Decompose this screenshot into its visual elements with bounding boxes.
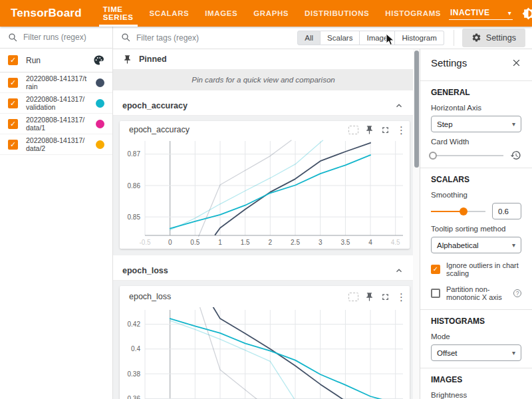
svg-text:1: 1 <box>218 239 222 246</box>
fit-to-data-icon[interactable] <box>348 126 358 134</box>
section-header-epoch-accuracy[interactable]: epoch_accuracy <box>113 96 414 116</box>
filter-button-scalars[interactable]: Scalars <box>321 31 360 45</box>
svg-text:0.38: 0.38 <box>128 370 141 378</box>
svg-text:2.5: 2.5 <box>291 239 300 246</box>
epoch-accuracy-chart[interactable]: -0.500.511.522.533.544.50.850.860.87 <box>121 138 407 249</box>
card-title: epoch_accuracy <box>129 125 348 134</box>
card-width-slider[interactable] <box>431 151 503 160</box>
tooltip-sorting-select[interactable]: Alphabetical ▾ <box>431 237 521 253</box>
reload-status-select[interactable]: INACTIVE ▾ <box>449 7 513 20</box>
run-checkbox[interactable]: ✓ <box>8 140 18 150</box>
filter-button-histogram[interactable]: Histogram <box>395 31 444 45</box>
run-row[interactable]: ✓ 20220808-141317/train <box>0 72 112 93</box>
help-icon[interactable]: ? <box>513 289 521 297</box>
tab-graphs[interactable]: GRAPHS <box>245 0 297 27</box>
tab-images[interactable]: IMAGES <box>197 0 245 27</box>
fit-to-data-icon[interactable] <box>348 293 358 301</box>
svg-text:-0.5: -0.5 <box>139 239 151 246</box>
ignore-outliers-checkbox[interactable]: ✓ <box>431 265 440 274</box>
palette-icon[interactable] <box>93 55 104 66</box>
run-checkbox[interactable]: ✓ <box>8 78 18 88</box>
tab-histograms[interactable]: HISTOGRAMS <box>377 0 449 27</box>
epoch-loss-chart[interactable]: -0.500.511.522.533.544.50.340.360.380.40… <box>121 307 407 399</box>
run-row[interactable]: ✓ 20220808-141317/data/2 <box>0 134 112 155</box>
section-header-epoch-loss[interactable]: epoch_loss <box>113 261 414 281</box>
settings-histograms-section: HISTOGRAMS Mode Offset ▾ <box>420 317 532 361</box>
svg-text:1.5: 1.5 <box>241 239 250 246</box>
run-color-dot <box>96 78 104 87</box>
filter-button-all[interactable]: All <box>297 31 321 45</box>
horizontal-axis-select[interactable]: Step ▾ <box>431 116 521 132</box>
filter-tags-field[interactable]: Filter tags (regex) <box>113 33 297 43</box>
horizontal-axis-value: Step <box>437 120 453 128</box>
section-body-epoch-accuracy: epoch_accuracy ⋮ -0.500.511.522.533.544.… <box>113 116 414 255</box>
smoothing-input[interactable]: 0.6 <box>492 203 521 219</box>
run-row[interactable]: ✓ 20220808-141317/data/1 <box>0 114 112 134</box>
svg-text:0: 0 <box>168 239 172 246</box>
filter-button-image[interactable]: Image <box>360 31 395 45</box>
settings-panel: Settings GENERAL Horizontal Axis Step ▾ … <box>420 49 532 399</box>
run-checkbox[interactable]: ✓ <box>8 119 18 129</box>
fullscreen-icon[interactable] <box>380 292 390 302</box>
tag-filter-button-group: All Scalars Image Histogram <box>297 31 444 45</box>
svg-text:0.85: 0.85 <box>128 213 141 221</box>
pinned-empty-state: Pin cards for a quick view and compariso… <box>113 69 414 90</box>
run-row[interactable]: ✓ 20220808-141317/validation <box>0 93 112 114</box>
main-scrollbar-track[interactable] <box>413 49 420 399</box>
main-scrollbar-thumb[interactable] <box>414 51 419 168</box>
pinned-empty-message: Pin cards for a quick view and compariso… <box>192 76 334 84</box>
scalars-heading: SCALARS <box>431 175 521 184</box>
tags-toolbar: Filter tags (regex) All Scalars Image Hi… <box>113 27 532 49</box>
svg-text:0.5: 0.5 <box>190 239 200 246</box>
fullscreen-icon[interactable] <box>380 125 390 135</box>
chevron-down-icon: ▾ <box>512 120 515 128</box>
svg-text:0.42: 0.42 <box>128 321 141 328</box>
tab-distributions[interactable]: DISTRIBUTIONS <box>297 0 377 27</box>
histogram-mode-select[interactable]: Offset ▾ <box>431 344 521 361</box>
svg-text:3: 3 <box>319 239 323 246</box>
select-all-runs-checkbox[interactable]: ✓ <box>8 55 18 65</box>
scalar-card-epoch-accuracy: epoch_accuracy ⋮ -0.500.511.522.533.544.… <box>120 121 410 249</box>
kebab-menu-icon[interactable]: ⋮ <box>396 292 406 302</box>
run-checkbox[interactable]: ✓ <box>8 98 18 108</box>
partition-x-label: Partition non-monotonic X axis <box>446 285 507 301</box>
app-title: TensorBoard <box>0 7 95 20</box>
chevron-up-icon[interactable] <box>394 100 404 111</box>
pinned-section-header: Pinned <box>113 49 414 69</box>
settings-general-section: GENERAL Horizontal Axis Step ▾ Card Widt… <box>420 88 532 161</box>
pin-icon <box>122 55 132 65</box>
search-icon <box>8 33 18 43</box>
settings-button[interactable]: Settings <box>462 29 525 47</box>
partition-x-checkbox[interactable]: ✓ <box>431 289 440 298</box>
tab-scalars[interactable]: SCALARS <box>142 0 198 27</box>
reset-icon[interactable] <box>510 150 521 161</box>
toolbar-divider <box>454 30 454 46</box>
brightness-label: Brightness <box>431 391 521 399</box>
pin-icon[interactable] <box>364 292 374 302</box>
general-heading: GENERAL <box>431 88 521 97</box>
histogram-mode-value: Offset <box>437 349 457 357</box>
partition-x-row[interactable]: ✓ Partition non-monotonic X axis ? <box>431 285 521 301</box>
chevron-up-icon[interactable] <box>394 265 404 276</box>
smoothing-label: Smoothing <box>431 191 521 199</box>
settings-scalars-section: SCALARS Smoothing 0.6 Tooltip sorting me… <box>420 175 532 301</box>
theme-toggle-icon[interactable] <box>522 7 532 20</box>
filter-tags-placeholder: Filter tags (regex) <box>136 33 199 43</box>
top-navbar: TensorBoard TIME SERIES SCALARS IMAGES G… <box>0 0 532 27</box>
smoothing-slider[interactable] <box>431 207 485 216</box>
chevron-down-icon: ▾ <box>512 241 515 249</box>
filter-runs-field[interactable]: Filter runs (regex) <box>0 27 112 49</box>
tooltip-sorting-label: Tooltip sorting method <box>431 225 521 233</box>
run-color-dot <box>96 99 104 108</box>
gear-icon <box>471 33 481 43</box>
kebab-menu-icon[interactable]: ⋮ <box>396 125 406 135</box>
tab-time-series[interactable]: TIME SERIES <box>95 0 142 27</box>
run-name: 20220808-141317/data/2 <box>26 136 88 152</box>
svg-text:0.87: 0.87 <box>128 150 141 158</box>
runs-sidebar: Filter runs (regex) ✓ Run ✓ 20220808-141… <box>0 27 113 399</box>
close-icon[interactable] <box>511 58 521 68</box>
svg-text:4.5: 4.5 <box>391 239 400 246</box>
ignore-outliers-row[interactable]: ✓ Ignore outliers in chart scaling <box>431 261 521 277</box>
pin-icon[interactable] <box>364 125 374 135</box>
nav-tabs: TIME SERIES SCALARS IMAGES GRAPHS DISTRI… <box>95 0 449 27</box>
